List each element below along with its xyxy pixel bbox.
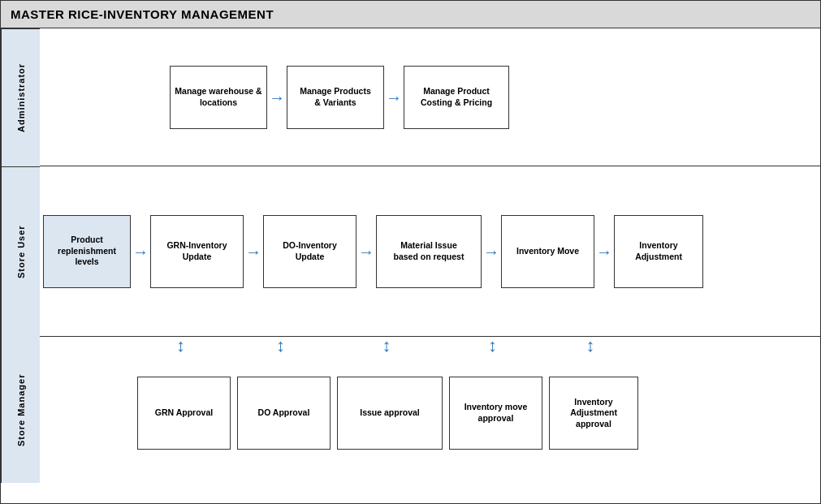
v-arrow-adj: ↕ [546,337,635,355]
user-content: Product replenishment levels → GRN-Inven… [40,166,820,337]
admin-box-1: Manage warehouse & locations [170,66,267,129]
arrow-user-5: → [594,243,614,260]
v-arrow-grn: ↕ [134,337,227,355]
vertical-arrows-row: ↕ ↕ ↕ ↕ ↕ [40,337,820,373]
user-box-4: Material Issue based on request [376,215,482,288]
v-arrow-move: ↕ [446,337,539,355]
manager-flow: GRN Approval DO Approval Issue approval … [43,377,638,450]
diagram-grid: Administrator Manage warehouse & locatio… [1,28,820,503]
v-arrow-issue: ↕ [334,337,439,355]
user-box-2: GRN-Inventory Update [150,215,244,288]
arrow-admin-1: → [267,89,287,106]
admin-box-2: Manage Products & Variants [287,66,384,129]
arrow-user-3: → [356,243,376,260]
manager-box-1: GRN Approval [137,377,231,450]
manager-box-2: DO Approval [237,377,331,450]
manager-box-3: Issue approval [337,377,443,450]
user-box-3: DO-Inventory Update [263,215,356,288]
manager-box-5: Inventory Adjustment approval [549,377,638,450]
manager-content: ↕ ↕ ↕ ↕ ↕ [40,337,820,483]
admin-label: Administrator [1,28,40,166]
main-container: MASTER RICE-INVENTORY MANAGEMENT Adminis… [0,0,821,504]
page-title: MASTER RICE-INVENTORY MANAGEMENT [11,7,274,21]
manager-box-4: Inventory move approval [449,377,542,450]
arrow-user-2: → [244,243,263,260]
manager-label: Store Manager [1,337,40,483]
arrow-user-1: → [131,243,150,260]
user-flow: Product replenishment levels → GRN-Inven… [43,215,703,288]
arrow-admin-2: → [384,89,404,106]
admin-flow: Manage warehouse & locations → Manage Pr… [170,66,509,129]
user-box-1: Product replenishment levels [43,215,131,288]
v-arrow-do: ↕ [234,337,327,355]
user-box-6: Inventory Adjustment [614,215,703,288]
user-label: Store User [1,166,40,337]
title-bar: MASTER RICE-INVENTORY MANAGEMENT [1,1,820,28]
admin-content: Manage warehouse & locations → Manage Pr… [40,28,820,166]
user-box-5: Inventory Move [501,215,594,288]
arrow-user-4: → [482,243,501,260]
admin-box-3: Manage Product Costing & Pricing [404,66,509,129]
